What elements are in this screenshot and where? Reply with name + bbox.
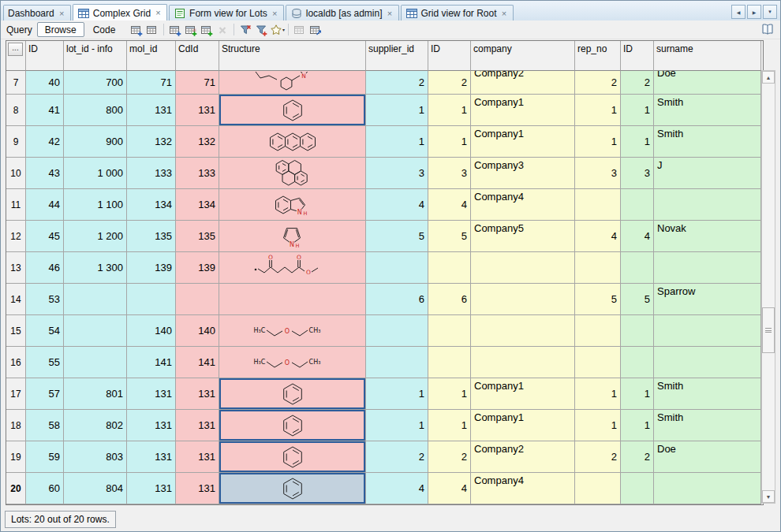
- cell-id1[interactable]: 59: [26, 441, 64, 473]
- cell-id3[interactable]: [621, 473, 654, 504]
- cell-surname[interactable]: Sparrow: [654, 284, 761, 315]
- cell-mol[interactable]: 131: [127, 378, 176, 410]
- cell-id1[interactable]: 42: [26, 126, 64, 158]
- row-number[interactable]: 7: [6, 71, 26, 95]
- cell-rep[interactable]: 1: [575, 410, 621, 441]
- cell-rep[interactable]: 5: [575, 284, 621, 315]
- cell-structure[interactable]: [219, 441, 366, 473]
- cell-lot[interactable]: 1 200: [64, 221, 127, 252]
- cell-company[interactable]: [471, 315, 575, 347]
- cell-cdid[interactable]: 132: [176, 126, 219, 158]
- select-all-button[interactable]: ...: [8, 43, 23, 56]
- cell-cdid[interactable]: 141: [176, 347, 219, 378]
- cell-id3[interactable]: [621, 189, 654, 221]
- column-header-company[interactable]: company: [471, 41, 575, 71]
- cell-structure[interactable]: [219, 378, 366, 410]
- cell-id1[interactable]: 55: [26, 347, 64, 378]
- cell-mol[interactable]: 132: [127, 126, 176, 158]
- scroll-left-icon[interactable]: ◀: [731, 5, 746, 19]
- add-row-icon[interactable]: [167, 22, 183, 38]
- cell-cdid[interactable]: 131: [176, 441, 219, 473]
- cell-cdid[interactable]: 139: [176, 252, 219, 284]
- cell-lot[interactable]: 804: [64, 473, 127, 504]
- cell-company[interactable]: Company5: [471, 221, 575, 252]
- cell-rep[interactable]: 4: [575, 221, 621, 252]
- cell-supplier[interactable]: 1: [366, 95, 428, 126]
- add-child-row-icon[interactable]: ci: [183, 22, 199, 38]
- cell-company[interactable]: Company3: [471, 158, 575, 189]
- cell-company[interactable]: Company4: [471, 473, 575, 504]
- cell-mol[interactable]: 135: [127, 221, 176, 252]
- cell-supplier[interactable]: [366, 347, 428, 378]
- tab-list-icon[interactable]: ▼: [763, 5, 777, 19]
- cell-cdid[interactable]: 133: [176, 158, 219, 189]
- cell-structure[interactable]: [219, 95, 366, 126]
- cell-mol[interactable]: 131: [127, 441, 176, 473]
- cell-id2[interactable]: 5: [428, 221, 471, 252]
- cell-id2[interactable]: 1: [428, 126, 471, 158]
- row-number[interactable]: 17: [6, 378, 26, 410]
- cell-lot[interactable]: 800: [64, 95, 127, 126]
- table-view-icon[interactable]: [144, 22, 160, 38]
- cell-company[interactable]: Company2: [471, 71, 575, 95]
- row-number[interactable]: 18: [6, 410, 26, 441]
- cell-id3[interactable]: 2: [621, 71, 654, 95]
- cell-rep[interactable]: [575, 473, 621, 504]
- cell-rep[interactable]: 1: [575, 126, 621, 158]
- cell-lot[interactable]: 1 300: [64, 252, 127, 284]
- cell-cdid[interactable]: [176, 284, 219, 315]
- cell-id1[interactable]: 57: [26, 378, 64, 410]
- cell-surname[interactable]: Novak: [654, 221, 761, 252]
- cell-supplier[interactable]: 2: [366, 71, 428, 95]
- cell-structure[interactable]: [219, 410, 366, 441]
- cell-mol[interactable]: 131: [127, 95, 176, 126]
- cell-structure[interactable]: OOO: [219, 252, 366, 284]
- row-number[interactable]: 8: [6, 95, 26, 126]
- cell-structure[interactable]: [219, 158, 366, 189]
- cell-mol[interactable]: 131: [127, 410, 176, 441]
- column-header-cdid[interactable]: CdId: [176, 41, 219, 71]
- cell-cdid[interactable]: 71: [176, 71, 219, 95]
- cell-company[interactable]: Company2: [471, 441, 575, 473]
- cell-mol[interactable]: 134: [127, 189, 176, 221]
- cell-structure[interactable]: [219, 473, 366, 504]
- tab-close-icon[interactable]: ×: [386, 9, 394, 18]
- cell-supplier[interactable]: 2: [366, 441, 428, 473]
- tab-close-icon[interactable]: ×: [271, 9, 279, 18]
- code-mode-button[interactable]: Code: [85, 22, 124, 37]
- cell-id2[interactable]: 2: [428, 441, 471, 473]
- tab-close-icon[interactable]: ×: [154, 9, 163, 17]
- cell-company[interactable]: Company1: [471, 378, 575, 410]
- column-header-id3[interactable]: ID: [621, 41, 654, 71]
- cell-lot[interactable]: 1 000: [64, 158, 127, 189]
- cell-id1[interactable]: 45: [26, 221, 64, 252]
- cell-id3[interactable]: 3: [621, 158, 654, 189]
- cell-id2[interactable]: 6: [428, 284, 471, 315]
- cell-rep[interactable]: 2: [575, 71, 621, 95]
- column-header-rep[interactable]: rep_no: [575, 41, 621, 71]
- cell-id3[interactable]: 1: [621, 95, 654, 126]
- cell-id3[interactable]: 1: [621, 378, 654, 410]
- cell-lot[interactable]: 802: [64, 410, 127, 441]
- cell-rep[interactable]: [575, 347, 621, 378]
- row-number[interactable]: 12: [6, 221, 26, 252]
- cell-surname[interactable]: [654, 473, 761, 504]
- column-header-supplier[interactable]: supplier_id: [366, 41, 428, 71]
- cell-id1[interactable]: 41: [26, 95, 64, 126]
- scrollbar-thumb[interactable]: [762, 307, 775, 353]
- row-number[interactable]: 9: [6, 126, 26, 158]
- cell-supplier[interactable]: [366, 315, 428, 347]
- cell-cdid[interactable]: 131: [176, 410, 219, 441]
- cell-structure[interactable]: NH: [219, 221, 366, 252]
- row-number[interactable]: 10: [6, 158, 26, 189]
- cell-id2[interactable]: 4: [428, 189, 471, 221]
- cell-id1[interactable]: 40: [26, 71, 64, 95]
- cell-mol[interactable]: [127, 284, 176, 315]
- column-header-mol[interactable]: mol_id: [127, 41, 176, 71]
- cell-id1[interactable]: 58: [26, 410, 64, 441]
- cell-surname[interactable]: J: [654, 158, 761, 189]
- cell-rep[interactable]: 1: [575, 95, 621, 126]
- cell-lot[interactable]: 801: [64, 378, 127, 410]
- column-header-structure[interactable]: Structure: [219, 41, 366, 71]
- row-number[interactable]: 11: [6, 189, 26, 221]
